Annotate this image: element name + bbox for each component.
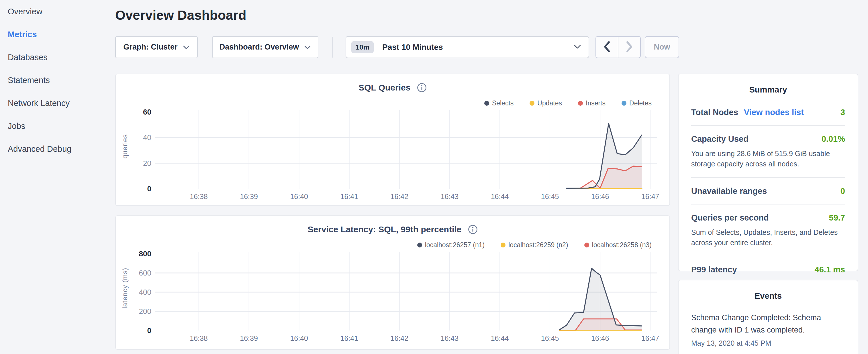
svg-text:800: 800 (139, 250, 151, 258)
legend-item: localhost:26257 (n1) (417, 241, 485, 249)
svg-text:16:46: 16:46 (591, 334, 609, 342)
dashboard-dropdown[interactable]: Dashboard: Overview (212, 36, 318, 58)
legend-label: localhost:26257 (n1) (425, 241, 485, 249)
legend-item: localhost:26258 (n3) (584, 241, 652, 249)
time-nav-buttons (595, 36, 641, 58)
svg-text:16:47: 16:47 (641, 334, 659, 342)
sidebar-item-databases[interactable]: Databases (0, 46, 115, 69)
legend-dot (578, 101, 583, 106)
summary-panel: Summary Total Nodes View nodes list 3 Ca… (678, 74, 858, 271)
sidebar: Overview Metrics Databases Statements Ne… (0, 0, 115, 354)
legend-label: localhost:26259 (n2) (508, 241, 568, 249)
sql-queries-chart-card: SQL Queries Selects Updates Inserts Dele… (115, 74, 670, 206)
svg-text:16:38: 16:38 (190, 192, 208, 200)
chevron-down-icon (304, 43, 311, 52)
sidebar-item-label: Network Latency (8, 99, 70, 108)
svg-text:16:43: 16:43 (441, 192, 459, 200)
now-button[interactable]: Now (645, 36, 679, 58)
svg-text:600: 600 (139, 269, 151, 277)
legend-item: Updates (530, 99, 562, 107)
legend-label: localhost:26258 (n3) (592, 241, 652, 249)
toolbar-divider (333, 37, 333, 58)
chevron-down-icon (183, 43, 190, 52)
legend-item: Selects (484, 99, 514, 107)
summary-row-description: You are using 28.6 MiB of 515.9 GiB usab… (691, 148, 845, 169)
summary-row-description: Sum of Selects, Updates, Inserts, and De… (691, 227, 845, 248)
chart-legend: localhost:26257 (n1) localhost:26259 (n2… (417, 241, 652, 249)
view-nodes-list-link[interactable]: View nodes list (744, 108, 804, 117)
sidebar-item-metrics[interactable]: Metrics (0, 23, 115, 46)
svg-text:200: 200 (139, 307, 151, 316)
summary-row-label: Unavailable ranges (691, 187, 767, 196)
legend-item: localhost:26259 (n2) (501, 241, 568, 249)
sidebar-item-jobs[interactable]: Jobs (0, 115, 115, 137)
service-latency-chart-card: Service Latency: SQL, 99th percentile lo… (115, 215, 670, 350)
chevron-right-icon (625, 40, 633, 55)
svg-text:40: 40 (143, 133, 151, 142)
svg-text:16:44: 16:44 (491, 192, 509, 200)
y-axis-label: latency (ms) (120, 250, 130, 326)
sidebar-item-label: Jobs (8, 122, 25, 131)
svg-text:16:39: 16:39 (240, 334, 258, 342)
info-icon[interactable] (468, 225, 478, 236)
graph-dropdown-label: Graph: Cluster (123, 43, 177, 52)
chart-title-text: Service Latency: SQL, 99th percentile (308, 225, 461, 234)
svg-text:16:41: 16:41 (340, 192, 359, 200)
chevron-down-icon (574, 44, 581, 50)
legend-item: Deletes (622, 99, 652, 107)
svg-text:0: 0 (147, 326, 151, 335)
event-item: Schema Change Completed: Schema change w… (691, 312, 845, 347)
sidebar-item-statements[interactable]: Statements (0, 69, 115, 92)
legend-dot (417, 243, 422, 248)
svg-text:16:44: 16:44 (491, 334, 509, 342)
dashboard-dropdown-label: Dashboard: Overview (219, 43, 299, 52)
chevron-left-icon (602, 40, 611, 55)
chart-plot[interactable]: 16:3816:3916:4016:4116:4216:4316:4416:45… (130, 108, 662, 202)
sidebar-item-label: Metrics (8, 30, 37, 39)
legend-label: Inserts (586, 99, 606, 107)
legend-dot (622, 101, 626, 106)
summary-row-label: Total Nodes (691, 108, 738, 117)
sidebar-item-overview[interactable]: Overview (0, 0, 115, 23)
summary-row-label: Queries per second (691, 213, 769, 223)
legend-dot (484, 101, 489, 106)
summary-row-queries-per-second: Queries per second 59.7 Sum of Selects, … (691, 204, 845, 257)
legend-label: Selects (492, 99, 514, 107)
svg-text:16:45: 16:45 (541, 192, 559, 200)
summary-row-total-nodes: Total Nodes View nodes list 3 (691, 99, 845, 126)
svg-text:16:42: 16:42 (391, 334, 409, 342)
info-icon[interactable] (417, 83, 427, 95)
time-range-badge: 10m (351, 41, 374, 53)
svg-text:16:40: 16:40 (290, 192, 308, 200)
events-heading: Events (679, 291, 858, 301)
summary-row-label: Capacity Used (691, 134, 748, 144)
prev-time-button[interactable] (596, 37, 618, 58)
chart-title: SQL Queries (116, 83, 670, 95)
sidebar-item-network-latency[interactable]: Network Latency (0, 92, 115, 115)
svg-text:400: 400 (139, 288, 151, 296)
svg-text:16:39: 16:39 (240, 192, 258, 200)
svg-text:60: 60 (143, 108, 151, 116)
legend-dot (584, 243, 589, 248)
events-panel: Events Schema Change Completed: Schema c… (678, 280, 858, 354)
event-message: Schema Change Completed: Schema change w… (691, 312, 845, 336)
next-time-button[interactable] (618, 37, 640, 58)
summary-row-unavailable-ranges: Unavailable ranges 0 (691, 178, 845, 204)
sidebar-item-label: Advanced Debug (8, 144, 72, 154)
chart-legend: Selects Updates Inserts Deletes (484, 99, 652, 107)
svg-text:16:43: 16:43 (441, 334, 459, 342)
graph-dropdown[interactable]: Graph: Cluster (115, 36, 198, 58)
svg-text:16:47: 16:47 (641, 192, 659, 200)
page-title: Overview Dashboard (115, 7, 246, 23)
svg-text:16:46: 16:46 (591, 192, 609, 200)
summary-row-p99-latency: P99 latency 46.1 ms (691, 256, 845, 282)
time-range-dropdown[interactable]: 10m Past 10 Minutes (346, 36, 589, 58)
summary-row-value: 3 (840, 108, 845, 117)
svg-text:16:38: 16:38 (190, 334, 208, 342)
sidebar-item-label: Overview (8, 7, 42, 16)
legend-item: Inserts (578, 99, 606, 107)
sidebar-item-advanced-debug[interactable]: Advanced Debug (0, 137, 115, 160)
legend-label: Deletes (629, 99, 652, 107)
svg-text:16:42: 16:42 (391, 192, 409, 200)
chart-plot[interactable]: 16:3816:3916:4016:4116:4216:4316:4416:45… (130, 250, 662, 344)
